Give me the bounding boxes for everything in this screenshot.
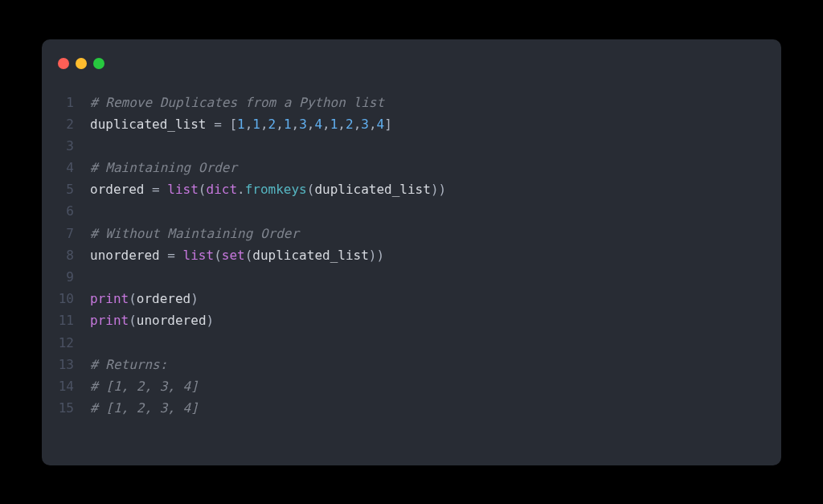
token: )) <box>369 248 384 263</box>
code-content[interactable]: # Returns: <box>90 354 781 375</box>
code-content[interactable]: # [1, 2, 3, 4] <box>90 375 781 397</box>
code-line[interactable]: 4# Maintaining Order <box>42 157 781 178</box>
line-number: 2 <box>42 113 90 135</box>
token: duplicated_list <box>252 248 369 263</box>
token: duplicated_list <box>90 117 214 132</box>
token: 3 <box>361 117 369 132</box>
line-number: 4 <box>42 157 90 178</box>
token: , <box>276 117 284 132</box>
token: 4 <box>377 117 385 132</box>
maximize-icon[interactable] <box>93 58 104 69</box>
code-content[interactable] <box>90 200 781 222</box>
line-number: 8 <box>42 244 90 266</box>
token: # Without Maintaining Order <box>90 226 299 241</box>
token: print <box>90 313 129 328</box>
token: ( <box>307 182 315 197</box>
line-number: 9 <box>42 266 90 288</box>
code-line[interactable]: 5ordered = list(dict.fromkeys(duplicated… <box>42 178 781 200</box>
token: , <box>307 117 315 132</box>
token: ) <box>190 291 199 306</box>
code-content[interactable]: print(unordered) <box>90 309 781 331</box>
token: ( <box>129 291 137 306</box>
code-line[interactable]: 3 <box>42 135 781 157</box>
code-line[interactable]: 15# [1, 2, 3, 4] <box>42 397 781 419</box>
code-line[interactable]: 10print(ordered) <box>42 288 781 309</box>
window-titlebar <box>42 47 781 80</box>
line-number: 14 <box>42 375 90 397</box>
code-editor-window: 1# Remove Duplicates from a Python list2… <box>42 39 781 465</box>
code-line[interactable]: 14# [1, 2, 3, 4] <box>42 375 781 397</box>
token: set <box>222 248 245 263</box>
token: = <box>152 182 167 197</box>
token: 4 <box>314 117 322 132</box>
minimize-icon[interactable] <box>76 58 87 69</box>
token: = <box>214 117 229 132</box>
line-number: 3 <box>42 135 90 157</box>
code-line[interactable]: 6 <box>42 200 781 222</box>
code-content[interactable] <box>90 332 781 354</box>
token: = <box>167 248 182 263</box>
token: , <box>292 117 300 132</box>
code-line[interactable]: 8unordered = list(set(duplicated_list)) <box>42 244 781 266</box>
token: ( <box>129 313 137 328</box>
token: , <box>354 117 362 132</box>
code-line[interactable]: 12 <box>42 332 781 354</box>
token: # Returns: <box>90 357 167 372</box>
token: ( <box>214 248 222 263</box>
code-content[interactable]: unordered = list(set(duplicated_list)) <box>90 244 781 266</box>
token: list <box>183 248 215 263</box>
token: unordered <box>137 313 207 328</box>
token: # Maintaining Order <box>90 160 237 175</box>
token: dict <box>207 182 238 197</box>
token: print <box>90 291 129 306</box>
code-line[interactable]: 9 <box>42 266 781 288</box>
token: ( <box>199 182 207 197</box>
code-line[interactable]: 1# Remove Duplicates from a Python list <box>42 92 781 113</box>
code-content[interactable]: # Without Maintaining Order <box>90 223 781 244</box>
token: 1 <box>237 117 245 132</box>
token: unordered <box>90 248 167 263</box>
code-content[interactable]: # Maintaining Order <box>90 157 781 178</box>
token: # Remove Duplicates from a Python list <box>90 95 384 110</box>
line-number: 12 <box>42 332 90 354</box>
line-number: 15 <box>42 397 90 419</box>
code-line[interactable]: 7# Without Maintaining Order <box>42 223 781 244</box>
token: ordered <box>137 291 190 306</box>
token: , <box>322 117 330 132</box>
line-number: 7 <box>42 223 90 244</box>
token: , <box>338 117 346 132</box>
line-number: 10 <box>42 288 90 309</box>
code-line[interactable]: 11print(unordered) <box>42 309 781 331</box>
code-content[interactable]: ordered = list(dict.fromkeys(duplicated_… <box>90 178 781 200</box>
token: 2 <box>346 117 354 132</box>
code-content[interactable]: # [1, 2, 3, 4] <box>90 397 781 419</box>
token: 1 <box>252 117 260 132</box>
code-content[interactable]: # Remove Duplicates from a Python list <box>90 92 781 113</box>
token: 1 <box>284 117 292 132</box>
line-number: 11 <box>42 309 90 331</box>
token: 1 <box>330 117 338 132</box>
token: ( <box>245 248 253 263</box>
token: # [1, 2, 3, 4] <box>90 379 199 394</box>
token: duplicated_list <box>314 182 431 197</box>
token: fromkeys <box>245 182 307 197</box>
token: # [1, 2, 3, 4] <box>90 400 199 416</box>
code-content[interactable] <box>90 266 781 288</box>
line-number: 6 <box>42 200 90 222</box>
token: ] <box>384 117 392 132</box>
token: 3 <box>299 117 307 132</box>
code-line[interactable]: 13# Returns: <box>42 354 781 375</box>
token: ) <box>207 313 215 328</box>
close-icon[interactable] <box>58 58 69 69</box>
line-number: 1 <box>42 92 90 113</box>
token: )) <box>431 182 446 197</box>
token: , <box>369 117 377 132</box>
code-content[interactable]: duplicated_list = [1,1,2,1,3,4,1,2,3,4] <box>90 113 781 135</box>
code-line[interactable]: 2duplicated_list = [1,1,2,1,3,4,1,2,3,4] <box>42 113 781 135</box>
token: 2 <box>268 117 276 132</box>
token: . <box>237 182 245 197</box>
code-area[interactable]: 1# Remove Duplicates from a Python list2… <box>42 80 781 465</box>
code-content[interactable]: print(ordered) <box>90 288 781 309</box>
code-content[interactable] <box>90 135 781 157</box>
line-number: 5 <box>42 178 90 200</box>
